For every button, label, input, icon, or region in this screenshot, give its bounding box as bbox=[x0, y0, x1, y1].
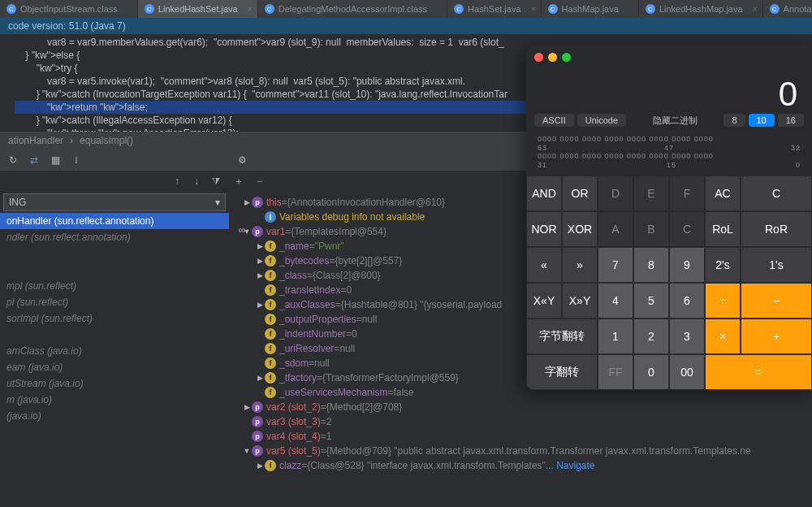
base-8-tab[interactable]: 8 bbox=[723, 114, 745, 127]
close-icon[interactable]: × bbox=[753, 5, 758, 14]
base-10-tab[interactable]: 10 bbox=[749, 114, 775, 127]
stack-frame[interactable]: eam (java.io) bbox=[0, 359, 229, 375]
calc-key-x»y[interactable]: X»Y bbox=[562, 283, 598, 318]
calc-key-÷[interactable]: ÷ bbox=[705, 283, 741, 318]
frames-toolbar: ↑ ↓ ⧩ bbox=[0, 171, 229, 192]
editor-tabs: CObjectInputStream.class CLinkedHashSet.… bbox=[0, 0, 812, 18]
down-icon[interactable]: ↓ bbox=[190, 175, 203, 188]
tab[interactable]: CHashMap.java bbox=[542, 0, 639, 18]
calc-key-nor[interactable]: NOR bbox=[526, 211, 562, 247]
unicode-tab[interactable]: Unicode bbox=[577, 114, 626, 127]
close-window-icon[interactable] bbox=[534, 53, 543, 62]
stack-frame[interactable]: pl (sun.reflect) bbox=[0, 294, 229, 310]
base-16-tab[interactable]: 16 bbox=[778, 114, 804, 127]
stack-frame[interactable]: amClass (java.io) bbox=[0, 343, 229, 359]
stack-frame[interactable] bbox=[0, 327, 229, 343]
calc-key-c[interactable]: C bbox=[669, 211, 705, 247]
remove-icon[interactable]: － bbox=[253, 175, 266, 188]
java-icon: C bbox=[6, 4, 16, 14]
calc-key-xor[interactable]: XOR bbox=[562, 211, 598, 247]
calc-key-or[interactable]: OR bbox=[562, 176, 598, 211]
calc-key-+[interactable]: + bbox=[741, 318, 812, 354]
variable-row[interactable]: ▶pvar2 (slot_2) = {Method[2]@708} bbox=[229, 400, 812, 414]
tab[interactable]: CHashSet.java× bbox=[447, 0, 541, 18]
calc-key-0[interactable]: 0 bbox=[633, 354, 669, 390]
calc-key-a[interactable]: A bbox=[598, 211, 633, 247]
calc-key-e[interactable]: E bbox=[633, 176, 669, 211]
variable-row[interactable]: pvar4 (slot_4) = 1 bbox=[229, 429, 812, 444]
stack-frame[interactable] bbox=[0, 245, 229, 262]
calc-key-and[interactable]: AND bbox=[526, 176, 562, 211]
tab[interactable]: CLinkedHashSet.java× bbox=[138, 0, 258, 18]
calc-key-9[interactable]: 9 bbox=[669, 247, 705, 283]
calc-key-rol[interactable]: RoL bbox=[705, 211, 741, 247]
breadcrumb-item[interactable]: equalsImpl() bbox=[80, 135, 133, 146]
variable-row[interactable]: pvar3 (slot_3) = 2 bbox=[229, 414, 812, 429]
calc-key-8[interactable]: 8 bbox=[633, 247, 669, 283]
up-icon[interactable]: ↑ bbox=[171, 175, 184, 188]
variable-row[interactable]: ▼pvar5 (slot_5) = {Method@709} "public a… bbox=[229, 444, 812, 458]
restart-icon[interactable]: ↻ bbox=[6, 154, 19, 167]
variable-row[interactable]: ▶fclazz = {Class@528} "interface javax.x… bbox=[229, 458, 812, 471]
stack-frame[interactable]: mpl (sun.reflect) bbox=[0, 278, 229, 294]
bytecode-banner: code version: 51.0 (Java 7) bbox=[0, 18, 812, 34]
calc-key-1's[interactable]: 1's bbox=[741, 247, 812, 283]
close-icon[interactable]: × bbox=[531, 5, 536, 14]
close-icon[interactable]: × bbox=[248, 5, 253, 14]
tab[interactable]: CAnnotationInvocationHandler.class bbox=[763, 0, 812, 18]
stack-frame[interactable]: (java.io) bbox=[0, 408, 229, 424]
stack-frame[interactable]: sorImpl (sun.reflect) bbox=[0, 310, 229, 327]
stack-frame[interactable]: ndler (sun.reflect.annotation) bbox=[0, 229, 229, 245]
hide-binary-button[interactable]: 隐藏二进制 bbox=[653, 115, 698, 127]
calc-key-字节翻转[interactable]: 字节翻转 bbox=[526, 318, 598, 354]
calc-key-−[interactable]: − bbox=[741, 283, 812, 318]
breadcrumb-item[interactable]: ationHandler bbox=[8, 135, 63, 146]
calc-key-f[interactable]: F bbox=[669, 176, 705, 211]
calc-key-2[interactable]: 2 bbox=[633, 318, 669, 354]
maximize-window-icon[interactable] bbox=[562, 53, 571, 62]
stack-frame[interactable]: onHandler (sun.reflect.annotation) bbox=[0, 213, 229, 229]
calc-key-»[interactable]: » bbox=[562, 247, 598, 283]
calc-key-3[interactable]: 3 bbox=[669, 318, 705, 354]
calc-key-b[interactable]: B bbox=[633, 211, 669, 247]
chevron-right-icon: › bbox=[70, 135, 73, 146]
more-icon[interactable]: ⁞ bbox=[70, 154, 83, 167]
java-icon: C bbox=[770, 4, 780, 14]
calc-key-2's[interactable]: 2's bbox=[705, 247, 741, 283]
settings-icon[interactable]: ⚙ bbox=[235, 154, 248, 167]
minimize-window-icon[interactable] bbox=[548, 53, 557, 62]
stack-frame[interactable]: utStream (java.io) bbox=[0, 375, 229, 392]
calc-key-x«y[interactable]: X«Y bbox=[526, 283, 562, 318]
thread-selector[interactable]: ING ▾ bbox=[3, 193, 226, 211]
filter-icon[interactable]: ⧩ bbox=[209, 175, 222, 188]
calc-key-c[interactable]: C bbox=[741, 176, 812, 211]
add-icon[interactable]: ＋ bbox=[232, 175, 245, 188]
calc-key-ror[interactable]: RoR bbox=[741, 211, 812, 247]
calc-key-×[interactable]: × bbox=[705, 318, 741, 354]
ascii-tab[interactable]: ASCII bbox=[534, 114, 574, 127]
stack-frame[interactable]: m (java.io) bbox=[0, 392, 229, 408]
link-icon[interactable]: ∞ bbox=[235, 223, 248, 236]
calc-key-5[interactable]: 5 bbox=[633, 283, 669, 318]
layout-icon[interactable]: ▦ bbox=[49, 154, 62, 167]
java-icon: C bbox=[265, 4, 274, 14]
calc-key-1[interactable]: 1 bbox=[598, 318, 633, 354]
window-controls bbox=[526, 46, 812, 68]
calc-key-4[interactable]: 4 bbox=[598, 283, 633, 318]
calc-key-=[interactable]: = bbox=[705, 354, 812, 390]
calc-key-7[interactable]: 7 bbox=[598, 247, 633, 283]
calc-key-d[interactable]: D bbox=[598, 176, 633, 211]
calc-key-ac[interactable]: AC bbox=[705, 176, 741, 211]
tab[interactable]: CDelegatingMethodAccessorImpl.class bbox=[258, 0, 447, 18]
calculator-window: 0 ASCII Unicode 隐藏二进制 8 10 16 0000 0000 … bbox=[526, 46, 812, 390]
calc-key-6[interactable]: 6 bbox=[669, 283, 705, 318]
stack-frame[interactable] bbox=[0, 262, 229, 278]
calculator-display: 0 bbox=[526, 68, 812, 114]
calc-key-«[interactable]: « bbox=[526, 247, 562, 283]
calc-key-00[interactable]: 00 bbox=[669, 354, 705, 390]
threads-icon[interactable]: ⇄ bbox=[28, 154, 41, 167]
calc-key-字翻转[interactable]: 字翻转 bbox=[526, 354, 598, 390]
tab[interactable]: CLinkedHashMap.java× bbox=[639, 0, 763, 18]
tab[interactable]: CObjectInputStream.class bbox=[0, 0, 138, 18]
calc-key-ff[interactable]: FF bbox=[598, 354, 633, 390]
